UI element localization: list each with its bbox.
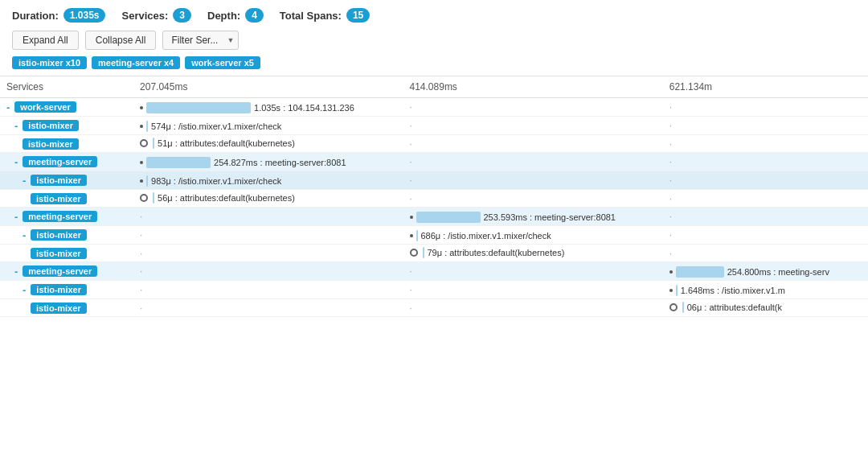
service-tag-istio[interactable]: istio-mixer x10 bbox=[12, 56, 87, 69]
span-bar bbox=[146, 175, 148, 187]
trace-view: Services 207.045ms 414.089ms 621.134m -w… bbox=[0, 76, 868, 317]
total-spans-label: Total Spans: bbox=[280, 10, 342, 22]
services-badge: 3 bbox=[173, 8, 191, 23]
timeline-cell: · bbox=[133, 226, 403, 245]
empty-dot: · bbox=[410, 156, 412, 167]
service-cell: -meeting-server bbox=[0, 153, 133, 171]
span-label: 254.827ms : meeting-server:8081 bbox=[214, 158, 346, 167]
span-label: 79μ : attributes:default(kubernetes) bbox=[428, 248, 565, 257]
span-circle-icon bbox=[140, 194, 148, 202]
stats-row: Duration: 1.035s Services: 3 Depth: 4 To… bbox=[12, 8, 856, 23]
trace-table: Services 207.045ms 414.089ms 621.134m -w… bbox=[0, 76, 868, 317]
timeline-cell: 51μ : attributes:default(kubernetes) bbox=[133, 135, 403, 153]
empty-dot: · bbox=[410, 265, 412, 277]
empty-dot: · bbox=[140, 265, 142, 277]
timeline-cell: 1.035s : 104.154.131.236 bbox=[133, 98, 403, 117]
timeline-cell: · bbox=[133, 208, 403, 226]
service-name-badge: istio-mixer bbox=[31, 284, 87, 295]
col-621-header: 621.134m bbox=[663, 76, 868, 98]
span-bar bbox=[676, 285, 678, 296]
total-spans-badge: 15 bbox=[346, 8, 370, 23]
span-bar bbox=[153, 192, 154, 204]
duration-label: Duration: bbox=[12, 10, 59, 22]
table-row[interactable]: -meeting-server·253.593ms : meeting-serv… bbox=[0, 208, 868, 226]
timeline-cell: · bbox=[663, 117, 868, 135]
service-name-badge: meeting-server bbox=[23, 211, 97, 222]
table-row[interactable]: istio-mixer56μ : attributes:default(kube… bbox=[0, 190, 868, 208]
span-bar bbox=[416, 212, 481, 223]
expand-all-button[interactable]: Expand All bbox=[12, 31, 79, 50]
span-label: 253.593ms : meeting-server:8081 bbox=[484, 212, 616, 222]
timeline-cell: · bbox=[403, 98, 663, 117]
empty-dot: · bbox=[669, 175, 672, 186]
timeline-cell: · bbox=[403, 135, 663, 153]
table-row[interactable]: -istio-mixer·686μ : /istio.mixer.v1.mixe… bbox=[0, 226, 868, 245]
span-bar bbox=[682, 302, 684, 313]
service-cell: -work-server bbox=[0, 98, 133, 117]
service-cell: -istio-mixer bbox=[0, 281, 133, 299]
service-cell: -istio-mixer bbox=[0, 171, 133, 190]
span-bar bbox=[416, 230, 418, 241]
table-row[interactable]: -meeting-server··254.800ms : meeting-ser… bbox=[0, 262, 868, 281]
table-row[interactable]: -work-server1.035s : 104.154.131.236·· bbox=[0, 98, 868, 117]
collapse-span-button[interactable]: - bbox=[6, 101, 10, 113]
service-name-badge: meeting-server bbox=[23, 265, 97, 277]
service-name-badge: istio-mixer bbox=[31, 193, 87, 204]
collapse-span-button[interactable]: - bbox=[23, 284, 26, 296]
empty-dot: · bbox=[669, 156, 672, 167]
collapse-all-button[interactable]: Collapse All bbox=[85, 31, 157, 50]
span-dot-icon bbox=[669, 270, 673, 274]
timeline-cell: · bbox=[403, 299, 663, 317]
timeline-cell: 254.800ms : meeting-serv bbox=[663, 262, 868, 281]
collapse-span-button[interactable]: - bbox=[23, 229, 26, 241]
span-label: 574μ : /istio.mixer.v1.mixer/check bbox=[151, 121, 281, 131]
timeline-cell: 983μ : /istio.mixer.v1.mixer/check bbox=[133, 171, 403, 190]
collapse-span-button[interactable]: - bbox=[14, 265, 18, 278]
timeline-cell: · bbox=[403, 190, 663, 208]
span-label: 51μ : attributes:default(kubernetes) bbox=[158, 138, 295, 148]
empty-dot: · bbox=[410, 101, 412, 113]
empty-dot: · bbox=[140, 211, 142, 222]
service-name-badge: meeting-server bbox=[23, 156, 97, 167]
table-row[interactable]: istio-mixer··06μ : attributes:default(k bbox=[0, 299, 868, 317]
table-row[interactable]: -meeting-server254.827ms : meeting-serve… bbox=[0, 153, 868, 171]
empty-dot: · bbox=[410, 120, 412, 131]
span-label: 1.648ms : /istio.mixer.v1.m bbox=[681, 286, 785, 295]
controls-row: Expand All Collapse All Filter Ser... bbox=[12, 31, 856, 50]
table-row[interactable]: -istio-mixer983μ : /istio.mixer.v1.mixer… bbox=[0, 171, 868, 190]
table-row[interactable]: istio-mixer51μ : attributes:default(kube… bbox=[0, 135, 868, 153]
span-label: 254.800ms : meeting-serv bbox=[727, 267, 829, 277]
table-row[interactable]: istio-mixer·79μ : attributes:default(kub… bbox=[0, 245, 868, 262]
header-section: Duration: 1.035s Services: 3 Depth: 4 To… bbox=[0, 0, 868, 76]
span-dot-icon bbox=[140, 106, 143, 109]
span-label: 56μ : attributes:default(kubernetes) bbox=[158, 193, 295, 203]
collapse-span-button[interactable]: - bbox=[23, 175, 26, 187]
timeline-cell: · bbox=[403, 153, 663, 171]
collapse-span-button[interactable]: - bbox=[14, 120, 18, 132]
timeline-cell: 686μ : /istio.mixer.v1.mixer/check bbox=[403, 226, 663, 245]
empty-dot: · bbox=[410, 138, 412, 150]
table-row[interactable]: -istio-mixer574μ : /istio.mixer.v1.mixer… bbox=[0, 117, 868, 135]
filter-wrapper: Filter Ser... bbox=[162, 31, 239, 50]
trace-body: -work-server1.035s : 104.154.131.236··-i… bbox=[0, 98, 868, 317]
duration-badge: 1.035s bbox=[63, 8, 106, 23]
service-tag-work[interactable]: work-server x5 bbox=[185, 56, 260, 69]
table-row[interactable]: -istio-mixer··1.648ms : /istio.mixer.v1.… bbox=[0, 281, 868, 299]
service-tag-meeting[interactable]: meeting-server x4 bbox=[92, 56, 180, 69]
timeline-cell: 79μ : attributes:default(kubernetes) bbox=[403, 245, 663, 262]
span-bar bbox=[146, 121, 148, 132]
empty-dot: · bbox=[669, 211, 672, 222]
empty-dot: · bbox=[669, 193, 672, 204]
collapse-span-button[interactable]: - bbox=[14, 211, 18, 223]
service-cell: -meeting-server bbox=[0, 262, 133, 281]
timeline-cell: · bbox=[403, 171, 663, 190]
filter-select[interactable]: Filter Ser... bbox=[162, 31, 239, 50]
total-spans-stat: Total Spans: 15 bbox=[280, 8, 370, 23]
collapse-span-button[interactable]: - bbox=[14, 156, 18, 168]
service-tags-row: istio-mixer x10 meeting-server x4 work-s… bbox=[12, 56, 856, 69]
timeline-cell: · bbox=[663, 190, 868, 208]
service-name-badge: istio-mixer bbox=[31, 229, 87, 241]
depth-label: Depth: bbox=[207, 10, 240, 22]
span-circle-icon bbox=[140, 139, 148, 147]
timeline-cell: · bbox=[663, 171, 868, 190]
